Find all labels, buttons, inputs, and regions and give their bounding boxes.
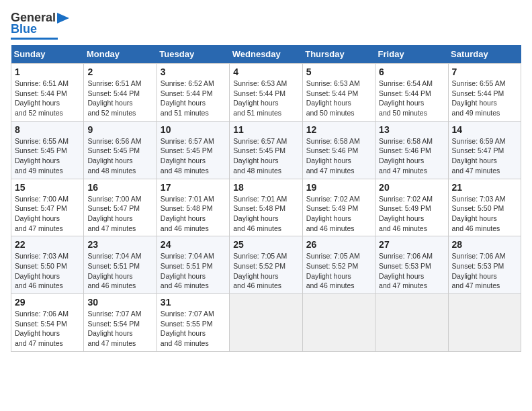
calendar-cell: 12 Sunrise: 6:58 AM Sunset: 5:46 PM Dayl… — [302, 121, 375, 179]
day-number: 25 — [233, 239, 298, 250]
calendar-cell: 15 Sunrise: 7:00 AM Sunset: 5:47 PM Dayl… — [11, 179, 84, 236]
day-number: 11 — [233, 124, 298, 135]
cell-info: Sunrise: 7:05 AM Sunset: 5:52 PM Dayligh… — [233, 251, 298, 291]
header-saturday: Saturday — [448, 45, 521, 64]
cell-info: Sunrise: 6:57 AM Sunset: 5:45 PM Dayligh… — [161, 136, 226, 176]
cell-info: Sunrise: 6:55 AM Sunset: 5:44 PM Dayligh… — [452, 79, 517, 118]
calendar-cell — [230, 294, 302, 352]
calendar-table: SundayMondayTuesdayWednesdayThursdayFrid… — [11, 45, 521, 352]
day-number: 16 — [87, 182, 152, 193]
day-number: 22 — [15, 239, 80, 250]
calendar-cell: 7 Sunrise: 6:55 AM Sunset: 5:44 PM Dayli… — [448, 64, 521, 122]
logo-arrow-icon — [57, 13, 69, 24]
calendar-cell: 23 Sunrise: 7:04 AM Sunset: 5:51 PM Dayl… — [84, 236, 157, 294]
header-wednesday: Wednesday — [230, 45, 302, 64]
day-number: 17 — [161, 182, 226, 193]
calendar-cell: 3 Sunrise: 6:52 AM Sunset: 5:44 PM Dayli… — [157, 64, 229, 122]
day-number: 15 — [15, 182, 80, 193]
day-number: 5 — [306, 66, 371, 77]
cell-info: Sunrise: 7:05 AM Sunset: 5:52 PM Dayligh… — [306, 251, 371, 291]
day-number: 12 — [306, 124, 371, 135]
calendar-week-1: 1 Sunrise: 6:51 AM Sunset: 5:44 PM Dayli… — [11, 64, 521, 122]
cell-info: Sunrise: 6:54 AM Sunset: 5:44 PM Dayligh… — [379, 79, 444, 118]
calendar-cell: 24 Sunrise: 7:04 AM Sunset: 5:51 PM Dayl… — [157, 236, 229, 294]
calendar-cell: 9 Sunrise: 6:56 AM Sunset: 5:45 PM Dayli… — [84, 121, 157, 179]
cell-info: Sunrise: 6:53 AM Sunset: 5:44 PM Dayligh… — [233, 79, 298, 118]
header-friday: Friday — [375, 45, 448, 64]
cell-info: Sunrise: 7:06 AM Sunset: 5:53 PM Dayligh… — [379, 251, 444, 291]
calendar-cell: 29 Sunrise: 7:06 AM Sunset: 5:54 PM Dayl… — [11, 294, 84, 352]
day-number: 3 — [161, 66, 226, 77]
day-number: 14 — [452, 124, 517, 135]
cell-info: Sunrise: 7:02 AM Sunset: 5:49 PM Dayligh… — [379, 194, 444, 234]
svg-marker-0 — [57, 13, 69, 24]
cell-info: Sunrise: 6:53 AM Sunset: 5:44 PM Dayligh… — [306, 79, 371, 118]
calendar-cell — [448, 294, 521, 352]
cell-info: Sunrise: 7:01 AM Sunset: 5:48 PM Dayligh… — [233, 194, 298, 234]
cell-info: Sunrise: 7:07 AM Sunset: 5:54 PM Dayligh… — [87, 309, 152, 349]
cell-info: Sunrise: 6:51 AM Sunset: 5:44 PM Dayligh… — [87, 79, 152, 118]
day-number: 19 — [306, 182, 371, 193]
day-number: 29 — [15, 297, 80, 308]
calendar-cell — [302, 294, 375, 352]
day-number: 4 — [233, 66, 298, 77]
day-number: 2 — [87, 66, 152, 77]
calendar-cell: 1 Sunrise: 6:51 AM Sunset: 5:44 PM Dayli… — [11, 64, 84, 122]
day-number: 24 — [161, 239, 226, 250]
calendar-cell: 11 Sunrise: 6:57 AM Sunset: 5:45 PM Dayl… — [230, 121, 302, 179]
calendar-cell: 5 Sunrise: 6:53 AM Sunset: 5:44 PM Dayli… — [302, 64, 375, 122]
calendar-cell: 6 Sunrise: 6:54 AM Sunset: 5:44 PM Dayli… — [375, 64, 448, 122]
header-monday: Monday — [84, 45, 157, 64]
day-number: 7 — [452, 66, 517, 77]
calendar-cell: 28 Sunrise: 7:06 AM Sunset: 5:53 PM Dayl… — [448, 236, 521, 294]
logo-blue: Blue — [11, 22, 37, 36]
header-thursday: Thursday — [302, 45, 375, 64]
cell-info: Sunrise: 6:52 AM Sunset: 5:44 PM Dayligh… — [161, 79, 226, 118]
cell-info: Sunrise: 6:51 AM Sunset: 5:44 PM Dayligh… — [15, 79, 80, 118]
day-number: 10 — [161, 124, 226, 135]
cell-info: Sunrise: 6:57 AM Sunset: 5:45 PM Dayligh… — [233, 136, 298, 176]
calendar-cell — [375, 294, 448, 352]
calendar-cell: 30 Sunrise: 7:07 AM Sunset: 5:54 PM Dayl… — [84, 294, 157, 352]
page-header: General Blue — [11, 11, 521, 40]
day-number: 18 — [233, 182, 298, 193]
cell-info: Sunrise: 6:58 AM Sunset: 5:46 PM Dayligh… — [306, 136, 371, 176]
day-number: 27 — [379, 239, 444, 250]
cell-info: Sunrise: 7:00 AM Sunset: 5:47 PM Dayligh… — [87, 194, 152, 234]
calendar-cell: 8 Sunrise: 6:55 AM Sunset: 5:45 PM Dayli… — [11, 121, 84, 179]
cell-info: Sunrise: 7:03 AM Sunset: 5:50 PM Dayligh… — [15, 251, 80, 291]
day-number: 6 — [379, 66, 444, 77]
cell-info: Sunrise: 7:03 AM Sunset: 5:50 PM Dayligh… — [452, 194, 517, 234]
calendar-cell: 31 Sunrise: 7:07 AM Sunset: 5:55 PM Dayl… — [157, 294, 229, 352]
cell-info: Sunrise: 6:56 AM Sunset: 5:45 PM Dayligh… — [87, 136, 152, 176]
cell-info: Sunrise: 7:04 AM Sunset: 5:51 PM Dayligh… — [87, 251, 152, 291]
cell-info: Sunrise: 6:59 AM Sunset: 5:47 PM Dayligh… — [452, 136, 517, 176]
logo: General Blue — [11, 11, 69, 40]
day-number: 28 — [452, 239, 517, 250]
cell-info: Sunrise: 7:07 AM Sunset: 5:55 PM Dayligh… — [161, 309, 226, 349]
header-tuesday: Tuesday — [157, 45, 229, 64]
cell-info: Sunrise: 7:00 AM Sunset: 5:47 PM Dayligh… — [15, 194, 80, 234]
day-number: 1 — [15, 66, 80, 77]
day-number: 26 — [306, 239, 371, 250]
day-number: 21 — [452, 182, 517, 193]
calendar-cell: 27 Sunrise: 7:06 AM Sunset: 5:53 PM Dayl… — [375, 236, 448, 294]
calendar-cell: 10 Sunrise: 6:57 AM Sunset: 5:45 PM Dayl… — [157, 121, 229, 179]
day-number: 23 — [87, 239, 152, 250]
day-number: 13 — [379, 124, 444, 135]
day-number: 8 — [15, 124, 80, 135]
calendar-cell: 4 Sunrise: 6:53 AM Sunset: 5:44 PM Dayli… — [230, 64, 302, 122]
calendar-cell: 13 Sunrise: 6:58 AM Sunset: 5:46 PM Dayl… — [375, 121, 448, 179]
calendar-cell: 20 Sunrise: 7:02 AM Sunset: 5:49 PM Dayl… — [375, 179, 448, 236]
day-number: 31 — [161, 297, 226, 308]
cell-info: Sunrise: 7:06 AM Sunset: 5:54 PM Dayligh… — [15, 309, 80, 349]
calendar-header-row: SundayMondayTuesdayWednesdayThursdayFrid… — [11, 45, 521, 64]
header-sunday: Sunday — [11, 45, 84, 64]
cell-info: Sunrise: 7:01 AM Sunset: 5:48 PM Dayligh… — [161, 194, 226, 234]
calendar-week-3: 15 Sunrise: 7:00 AM Sunset: 5:47 PM Dayl… — [11, 179, 521, 236]
calendar-cell: 2 Sunrise: 6:51 AM Sunset: 5:44 PM Dayli… — [84, 64, 157, 122]
calendar-cell: 25 Sunrise: 7:05 AM Sunset: 5:52 PM Dayl… — [230, 236, 302, 294]
calendar-week-2: 8 Sunrise: 6:55 AM Sunset: 5:45 PM Dayli… — [11, 121, 521, 179]
cell-info: Sunrise: 7:02 AM Sunset: 5:49 PM Dayligh… — [306, 194, 371, 234]
cell-info: Sunrise: 7:04 AM Sunset: 5:51 PM Dayligh… — [161, 251, 226, 291]
